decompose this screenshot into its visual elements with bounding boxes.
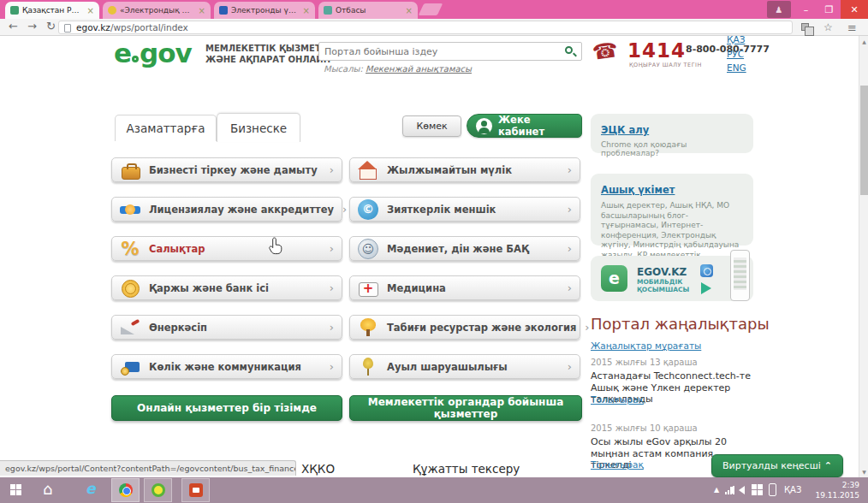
chevron-right-icon: › (568, 281, 572, 294)
category-medicine[interactable]: Медицина › (349, 275, 580, 300)
tab-favicon-icon (10, 6, 19, 15)
category-finance-banking[interactable]: Қаржы және банк ісі › (111, 275, 342, 300)
tab-close-icon[interactable]: × (406, 6, 413, 15)
reload-icon[interactable]: ↻ (46, 20, 56, 33)
tab-close-icon[interactable]: × (87, 6, 94, 15)
back-icon[interactable]: ← (9, 20, 18, 33)
green-app-icon (152, 483, 165, 497)
browser-tab-2[interactable]: «Электрондық үкімет» д... × (103, 2, 211, 19)
home-icon[interactable]: ⌂ (43, 480, 52, 498)
google-play-icon[interactable] (701, 282, 711, 294)
volume-icon[interactable] (739, 486, 745, 494)
taskbar: ⌂ e ▲ ҚАЗ 2:39 19.11.2015 (0, 477, 868, 503)
online-services-button[interactable]: Онлайн қызметтер бір тізімде (111, 395, 342, 421)
browser-tab-1[interactable]: Қазақстан Республикасы... × (5, 2, 99, 19)
wheat-icon (358, 357, 378, 377)
chevron-right-icon: › (585, 321, 589, 334)
tab-business[interactable]: Бизнеске (217, 113, 300, 142)
language-indicator[interactable]: ҚАЗ (784, 485, 801, 494)
personal-cabinet-button[interactable]: Жеке кабинет (467, 114, 582, 138)
egov-logo[interactable]: egov (114, 38, 192, 68)
person-icon (476, 118, 492, 134)
tab-close-icon[interactable]: × (199, 6, 205, 15)
tray-expand-icon[interactable]: ▲ (714, 486, 719, 494)
news-more-link[interactable]: Толығырақ (591, 459, 644, 470)
footer-check-doc-link[interactable]: Құжатты тексеру (413, 462, 520, 476)
bookmark-star-icon[interactable]: ☆ (823, 21, 833, 33)
chevron-right-icon: › (330, 360, 334, 373)
chevron-up-icon: ⌃ (824, 460, 832, 471)
virtual-consultant-button[interactable]: Виртуалды кеңесші ⌃ (711, 454, 843, 477)
green-app-taskbar-button[interactable] (144, 478, 172, 502)
browser-tab-3[interactable]: Электронды үкімет порт... × (214, 2, 315, 19)
mobile-app-title: EGOV.KZ (637, 266, 687, 278)
eds-box: ЭЦК алу Chrome қол қоюдағы проблемалар? (591, 114, 753, 153)
category-natural-resources[interactable]: Табиғи ресурстар және экология › (349, 315, 580, 340)
extension-icon[interactable] (801, 23, 809, 31)
news-item-date: 2015 жылғы 13 қараша (591, 358, 698, 367)
url-field[interactable]: egov.kz/wps/portal/index (58, 21, 793, 34)
close-button[interactable]: ✕ (841, 0, 868, 19)
medical-bag-icon (358, 278, 378, 299)
menu-hamburger-icon[interactable]: ≡ (847, 21, 857, 34)
new-tab-button[interactable] (419, 3, 443, 15)
search-box (318, 42, 582, 61)
category-business-registration[interactable]: Бизнесті тіркеу және дамыту › (111, 157, 342, 182)
action-center-icon[interactable] (752, 484, 763, 495)
browser-tab-4[interactable]: Отбасы × (318, 2, 418, 19)
forward-icon[interactable]: → (27, 20, 37, 33)
tab-close-icon[interactable]: × (303, 6, 310, 15)
trowel-icon (120, 317, 140, 338)
chevron-right-icon: › (330, 242, 334, 255)
category-culture-media[interactable]: ☺ Мәдениет, дін және БАҚ › (349, 236, 580, 261)
powerpoint-taskbar-button[interactable] (181, 478, 210, 502)
tab-citizens[interactable]: Азаматтарға (115, 115, 217, 141)
hint-link[interactable]: Мекенжай анықтамасы (366, 64, 472, 74)
app-store-icon[interactable] (700, 264, 713, 277)
virtual-consultant-label: Виртуалды кеңесші (722, 460, 821, 471)
category-transport[interactable]: Көлік және коммуникация › (111, 354, 342, 379)
minimize-button[interactable]: – (794, 0, 817, 19)
screen: Қазақстан Республикасы... × «Электрондық… (0, 0, 868, 503)
eds-link[interactable]: ЭЦК алу (601, 124, 649, 136)
tab-title: Қазақстан Республикасы... (22, 6, 82, 15)
news-more-link[interactable]: Толығырақ (591, 394, 644, 405)
scroll-down-icon[interactable]: ▼ (859, 469, 868, 475)
search-icon[interactable] (565, 46, 573, 54)
chevron-right-icon: › (342, 203, 347, 216)
device-icon[interactable] (769, 483, 776, 496)
internet-explorer-icon[interactable]: e (86, 480, 96, 497)
page-scrollbar[interactable]: ▲ ▼ (859, 36, 868, 477)
footer-pscc-link[interactable]: ХҚКО (301, 462, 335, 476)
category-intellectual-property[interactable]: © Зияткерлік меншік › (349, 197, 580, 222)
category-industry[interactable]: Өнеркәсіп › (111, 315, 342, 340)
egov-app-icon: e (601, 265, 627, 292)
services-by-gov-button[interactable]: Мемлекеттік органдар бойынша қызметтер (349, 395, 582, 421)
browser-profile-icon[interactable]: ♟ (767, 1, 791, 18)
search-input[interactable] (324, 44, 556, 58)
url-path: /wps/portal/index (110, 22, 188, 33)
restore-button[interactable]: ❐ (817, 0, 841, 19)
scrollbar-thumb[interactable] (860, 86, 868, 195)
category-real-estate[interactable]: Жылжымайтын мүлік › (349, 157, 580, 182)
lang-eng-link[interactable]: ENG (727, 62, 746, 73)
category-agriculture[interactable]: Ауыл шаруашылығы › (349, 354, 580, 379)
clock[interactable]: 2:39 19.11.2015 (806, 480, 859, 500)
page-doc-icon (64, 24, 71, 33)
start-button[interactable] (10, 484, 21, 495)
open-government-link[interactable]: Ашық үкімет (601, 184, 675, 196)
masks-icon: ☺ (358, 239, 378, 259)
category-taxes[interactable]: % Салықтар › (111, 236, 342, 261)
category-column-left: Бизнесті тіркеу және дамыту › Лицензияла… (111, 157, 342, 379)
chrome-taskbar-button[interactable] (111, 478, 140, 502)
cabinet-label: Жеке кабинет (498, 114, 573, 138)
chrome-icon (119, 483, 133, 497)
news-archive-link[interactable]: Жаңалықтар мұрағаты (591, 340, 701, 351)
lang-rus-link[interactable]: РУС (727, 49, 744, 59)
scroll-up-icon[interactable]: ▲ (859, 38, 868, 44)
help-button[interactable]: Көмек (402, 115, 461, 137)
category-licensing[interactable]: Лицензиялау және аккредиттеу › (111, 197, 342, 222)
mobile-app-box[interactable]: e EGOV.KZ МОБИЛЬДІК ҚОСЫМШАСЫ (591, 256, 753, 301)
tab-title: Электронды үкімет порт... (231, 6, 298, 15)
chevron-right-icon: › (568, 203, 572, 216)
